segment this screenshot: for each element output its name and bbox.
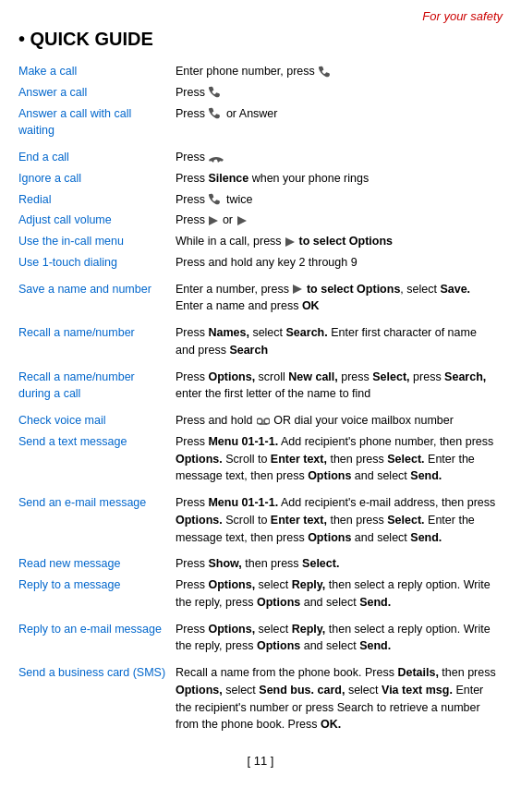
table-row: Check voice mailPress and hold OR dial y… xyxy=(18,410,503,431)
row-label: Recall a name/number xyxy=(18,322,176,361)
row-description: Press xyxy=(176,82,503,103)
row-description: Press Menu 01-1-1. Add recipient's e-mai… xyxy=(176,492,503,548)
row-label: Answer a call xyxy=(18,82,176,103)
row-label: Ignore a call xyxy=(18,168,176,189)
row-label: Send a text message xyxy=(18,431,176,487)
svg-marker-0 xyxy=(209,216,218,225)
svg-marker-2 xyxy=(285,237,295,247)
page-header: For your safety xyxy=(18,9,503,23)
row-description: Enter phone number, press xyxy=(176,61,503,82)
table-row: Ignore a callPress Silence when your pho… xyxy=(18,168,503,189)
row-label: Reply to a message xyxy=(18,575,176,613)
row-label: End a call xyxy=(18,147,176,168)
row-label: Recall a name/number during a call xyxy=(18,367,176,406)
row-label: Use the in-call menu xyxy=(18,231,176,252)
row-description: Enter a number, press to select Options,… xyxy=(176,279,503,318)
table-row: Send a text messagePress Menu 01-1-1. Ad… xyxy=(18,431,503,487)
svg-marker-1 xyxy=(237,216,247,225)
table-row: Answer a call with call waitingPress or … xyxy=(18,103,503,142)
table-row: Adjust call volumePress or xyxy=(18,210,503,231)
table-row: Answer a callPress xyxy=(18,82,503,103)
quick-guide-table: Make a callEnter phone number, press Ans… xyxy=(18,61,503,735)
row-label: Check voice mail xyxy=(18,410,176,431)
svg-point-4 xyxy=(257,418,262,424)
table-row: Send a business card (SMS)Recall a name … xyxy=(18,662,503,735)
row-label: Make a call xyxy=(18,61,176,82)
table-row: RedialPress twice xyxy=(18,189,503,211)
row-description: While in a call, press to select Options xyxy=(176,231,503,252)
table-row: Use 1-touch dialingPress and hold any ke… xyxy=(18,252,503,273)
row-description: Press twice xyxy=(176,189,503,211)
row-label: Redial xyxy=(18,189,176,211)
row-description: Recall a name from the phone book. Press… xyxy=(176,662,503,735)
row-description: Press xyxy=(176,147,503,168)
table-row: Send an e-mail messagePress Menu 01-1-1.… xyxy=(18,492,503,548)
table-row: End a callPress xyxy=(18,147,503,168)
row-description: Press or Answer xyxy=(176,103,503,142)
row-description: Press Options, select Reply, then select… xyxy=(176,575,503,613)
row-description: Press Show, then press Select. xyxy=(176,553,503,575)
row-label: Save a name and number xyxy=(18,279,176,318)
row-description: Press Silence when your phone rings xyxy=(176,168,503,189)
row-label: Adjust call volume xyxy=(18,210,176,231)
row-description: Press and hold OR dial your voice mailbo… xyxy=(176,410,503,431)
table-row: Reply to an e-mail messagePress Options,… xyxy=(18,619,503,658)
row-label: Read new message xyxy=(18,553,176,575)
table-row: Recall a name/number during a callPress … xyxy=(18,367,503,406)
page-footer: [ 11 ] xyxy=(18,754,503,768)
table-row: Recall a name/numberPress Names, select … xyxy=(18,322,503,361)
row-description: Press Menu 01-1-1. Add recipient's phone… xyxy=(176,431,503,487)
table-row: Reply to a messagePress Options, select … xyxy=(18,575,503,613)
row-label: Answer a call with call waiting xyxy=(18,103,176,142)
section-title: • QUICK GUIDE xyxy=(18,29,503,50)
row-description: Press Names, select Search. Enter first … xyxy=(176,322,503,361)
row-description: Press Options, scroll New call, press Se… xyxy=(176,367,503,406)
title-text: • QUICK GUIDE xyxy=(18,29,153,50)
svg-point-5 xyxy=(264,418,270,424)
table-row: Read new messagePress Show, then press S… xyxy=(18,553,503,575)
row-description: Press and hold any key 2 through 9 xyxy=(176,252,503,273)
row-label: Use 1-touch dialing xyxy=(18,252,176,273)
table-row: Use the in-call menuWhile in a call, pre… xyxy=(18,231,503,252)
row-label: Send an e-mail message xyxy=(18,492,176,548)
row-label: Send a business card (SMS) xyxy=(18,662,176,735)
table-row: Make a callEnter phone number, press xyxy=(18,61,503,82)
svg-marker-3 xyxy=(293,285,302,294)
table-row: Save a name and numberEnter a number, pr… xyxy=(18,279,503,318)
row-label: Reply to an e-mail message xyxy=(18,619,176,658)
row-description: Press or xyxy=(176,210,503,231)
row-description: Press Options, select Reply, then select… xyxy=(176,619,503,658)
